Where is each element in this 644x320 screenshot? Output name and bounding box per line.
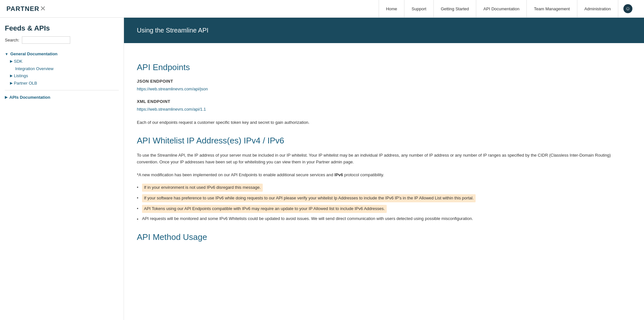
search-input[interactable] [22, 36, 70, 44]
bullet-dot-0: • [137, 184, 139, 191]
search-label: Search: [5, 38, 19, 42]
json-endpoint-url[interactable]: https://web.streamlinevrs.com/api/json [137, 87, 208, 91]
arrow-right-icon-partner-olb: ▶ [10, 81, 13, 85]
bullet-text-0: If in your environment is not used IPv6 … [142, 184, 263, 192]
sidebar-item-sdk-label: SDK [14, 59, 23, 64]
highlight-bold: IPv6 [335, 172, 343, 177]
logo-x-icon: ✕ [40, 5, 46, 13]
api-method-usage-section: API Method Usage [137, 232, 631, 242]
api-whitelist-section: API Whitelist IP Address(es) IPv4 / IPv6… [137, 136, 631, 223]
xml-endpoint-block: XML ENDPOINT https://web.streamlinevrs.c… [137, 99, 631, 112]
json-endpoint-label: JSON ENDPOINT [137, 79, 631, 84]
api-endpoints-heading: API Endpoints [137, 62, 631, 72]
sidebar: Feeds & APIs Search: ▼ General Documenta… [0, 18, 124, 320]
nav-link-administration[interactable]: Administration [577, 0, 618, 18]
bullet-dot-1: • [137, 195, 139, 202]
sidebar-item-integration-overview[interactable]: Integration Overview [5, 65, 119, 72]
nav-link-team-mgmt[interactable]: Team Management [527, 0, 577, 18]
sidebar-item-listings-label: Listings [14, 73, 28, 78]
json-endpoint-block: JSON ENDPOINT https://web.streamlinevrs.… [137, 79, 631, 91]
nav-links: Home Support Getting Started API Documen… [379, 0, 618, 18]
search-row: Search: [5, 36, 119, 44]
main-layout: Feeds & APIs Search: ▼ General Documenta… [0, 18, 644, 320]
ipv6-highlight-block: *A new modification has been implemented… [137, 172, 631, 178]
ipv6-bullet-list: • If in your environment is not used IPv… [137, 184, 631, 223]
page-title: Using the Streamline API [137, 27, 631, 34]
top-nav: PARTNER ✕ Home Support Getting Started A… [0, 0, 644, 18]
bullet-item-1: • If your software has preference to use… [137, 194, 631, 202]
endpoint-note: Each of our endpoints request a customer… [137, 119, 631, 126]
arrow-right-icon-listings: ▶ [10, 74, 13, 78]
nav-link-api-docs[interactable]: API Documentation [476, 0, 527, 18]
ipv6-highlight-text: *A new modification has been implemented… [137, 172, 631, 178]
bullet-text-3: API requests will be monitored and some … [142, 215, 473, 222]
sidebar-divider [5, 90, 119, 90]
arrow-right-icon: ▶ [10, 59, 13, 63]
arrow-right-icon-apis: ▶ [5, 95, 7, 99]
nav-link-getting-started[interactable]: Getting Started [434, 0, 476, 18]
sidebar-item-sdk[interactable]: ▶ SDK [5, 58, 119, 65]
content-body: API Endpoints JSON ENDPOINT https://web.… [124, 43, 644, 258]
sidebar-title: Feeds & APIs [5, 24, 119, 32]
api-method-usage-heading: API Method Usage [137, 232, 631, 242]
user-avatar-icon: ☺ [623, 4, 632, 13]
bullet-text-2: API Tokens using our API Endpoints compa… [142, 205, 387, 213]
sidebar-section-apis-docs: ▶ APIs Documentation [5, 94, 119, 101]
sidebar-item-partner-olb[interactable]: ▶ Partner OLB [5, 79, 119, 87]
sidebar-section-header-general-docs[interactable]: ▼ General Documentation [5, 50, 119, 58]
bullet-item-2: • API Tokens using our API Endpoints com… [137, 205, 631, 213]
highlight-prefix: *A new modification has been implemented… [137, 172, 335, 177]
nav-link-support[interactable]: Support [404, 0, 434, 18]
sidebar-section-general-docs: ▼ General Documentation ▶ SDK Integratio… [5, 50, 119, 87]
bullet-item-3: • API requests will be monitored and som… [137, 215, 631, 223]
content-header: Using the Streamline API [124, 18, 644, 43]
sidebar-link-integration-overview[interactable]: Integration Overview [15, 66, 53, 71]
bullet-dot-2: • [137, 206, 139, 212]
sidebar-section-label-apis-docs: APIs Documentation [9, 95, 50, 100]
logo: PARTNER ✕ [6, 5, 46, 13]
sidebar-item-partner-olb-label: Partner OLB [14, 81, 37, 86]
sidebar-section-label-general-docs: General Documentation [10, 51, 58, 56]
nav-link-home[interactable]: Home [379, 0, 405, 18]
sidebar-section-header-apis-docs[interactable]: ▶ APIs Documentation [5, 94, 119, 101]
api-whitelist-intro: To use the Streamline API, the IP addres… [137, 152, 631, 166]
bullet-item-0: • If in your environment is not used IPv… [137, 184, 631, 192]
main-content: Using the Streamline API API Endpoints J… [124, 18, 644, 320]
arrow-down-icon: ▼ [5, 52, 8, 56]
user-menu[interactable]: ☺ [618, 0, 638, 18]
api-whitelist-heading: API Whitelist IP Address(es) IPv4 / IPv6 [137, 136, 631, 146]
xml-endpoint-label: XML ENDPOINT [137, 99, 631, 104]
xml-endpoint-url[interactable]: https://web.streamlinevrs.com/api/1.1 [137, 107, 206, 112]
highlight-suffix: protocol compatibility. [343, 172, 384, 177]
bullet-dot-3: • [137, 216, 139, 223]
bullet-text-1: If your software has preference to use I… [142, 194, 476, 202]
logo-text: PARTNER [6, 5, 39, 13]
api-endpoints-section: API Endpoints JSON ENDPOINT https://web.… [137, 62, 631, 126]
sidebar-item-listings[interactable]: ▶ Listings [5, 72, 119, 79]
